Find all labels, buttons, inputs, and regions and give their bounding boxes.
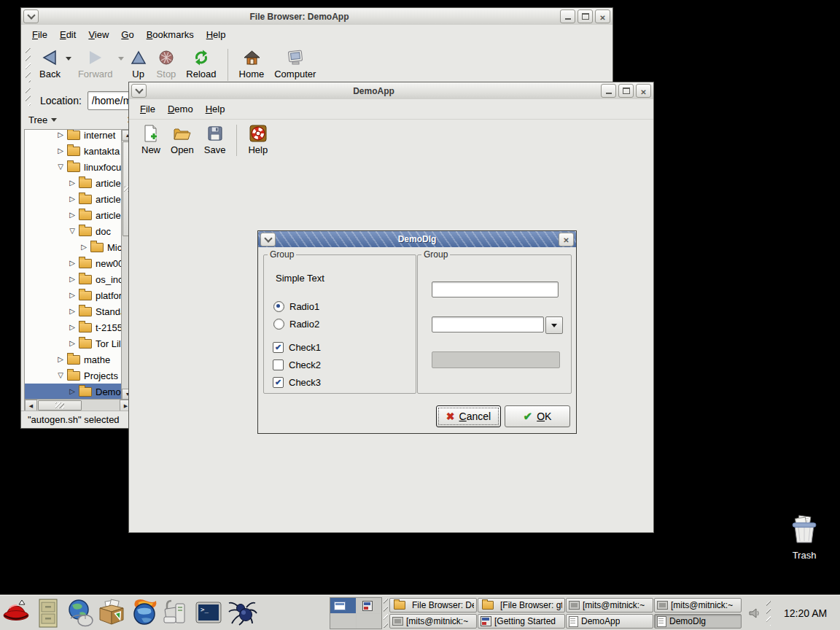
tree-expander-icon[interactable]: [67, 228, 77, 235]
maximize-button[interactable]: [578, 9, 593, 23]
tree-item[interactable]: Demo: [25, 384, 122, 400]
radio-icon[interactable]: [273, 301, 284, 312]
workspace-switcher[interactable]: [330, 597, 382, 629]
workspace-1-active[interactable]: [330, 598, 356, 613]
tree-expander-icon[interactable]: [67, 340, 77, 347]
tree-expander-icon[interactable]: [67, 211, 77, 219]
window-menu-button[interactable]: [131, 84, 147, 98]
tree-item[interactable]: Projects: [25, 368, 122, 384]
open-button[interactable]: Open: [166, 122, 199, 157]
forward-button[interactable]: Forward: [73, 47, 118, 81]
launcher-red-hat-menu[interactable]: [0, 597, 32, 629]
close-button[interactable]: [595, 9, 610, 23]
close-button[interactable]: [636, 84, 651, 98]
tree-expander-icon[interactable]: [55, 131, 66, 139]
tree-expander-icon[interactable]: [79, 244, 89, 251]
tree-expander-icon[interactable]: [55, 163, 66, 171]
tree-item[interactable]: doc: [25, 223, 122, 239]
checkbox-option[interactable]: Check2: [273, 356, 321, 373]
combo-input[interactable]: [432, 316, 544, 332]
cancel-button[interactable]: ✖ Cancel: [436, 405, 501, 427]
tree-expander-icon[interactable]: [67, 260, 77, 267]
tree-item[interactable]: t-2155: [25, 319, 122, 335]
menu-item[interactable]: Bookmarks: [147, 29, 194, 40]
back-dropdown-icon[interactable]: [66, 57, 71, 61]
minimize-button[interactable]: [601, 84, 616, 98]
back-button[interactable]: Back: [34, 47, 66, 81]
home-button[interactable]: Home: [234, 47, 270, 81]
launcher-terminal[interactable]: >_: [192, 597, 225, 629]
reload-button[interactable]: Reload: [181, 47, 221, 81]
text-input[interactable]: [432, 281, 559, 298]
taskbar-window-button[interactable]: [File Browser: gt: [478, 598, 565, 612]
window-menu-button[interactable]: [23, 9, 39, 23]
menu-item[interactable]: File: [32, 29, 47, 40]
taskbar-window-button[interactable]: DemoApp: [566, 614, 653, 629]
stop-button[interactable]: Stop: [152, 47, 182, 81]
taskbar-window-button[interactable]: File Browser: De: [389, 598, 477, 612]
checkbox-option[interactable]: Check1: [273, 338, 321, 356]
up-button[interactable]: Up: [125, 47, 152, 81]
menu-item[interactable]: Help: [206, 104, 225, 114]
tree-item[interactable]: article: [25, 207, 122, 223]
menu-item[interactable]: Edit: [60, 29, 76, 40]
launcher-web-browser-globe[interactable]: [64, 597, 96, 629]
tree-expander-icon[interactable]: [67, 179, 77, 187]
workspace-3[interactable]: [330, 614, 356, 629]
menu-item[interactable]: Go: [121, 29, 133, 40]
desktop-icon-trash[interactable]: Trash: [782, 513, 827, 561]
tree-expander-icon[interactable]: [67, 292, 77, 299]
tree-expander-icon[interactable]: [55, 147, 66, 155]
tree-expander-icon[interactable]: [67, 195, 77, 203]
tree-item[interactable]: linuxfocu: [25, 159, 122, 175]
save-button[interactable]: Save: [199, 122, 231, 157]
side-pane-header[interactable]: Tree ✕: [24, 110, 139, 129]
launcher-file-cabinet[interactable]: [32, 597, 64, 629]
taskbar-window-button[interactable]: [mits@mitnick:~: [389, 614, 477, 629]
taskbar-window-button[interactable]: [mits@mitnick:~: [566, 598, 653, 612]
tree-item[interactable]: internet: [25, 129, 122, 143]
workspace-4[interactable]: [357, 614, 382, 629]
tree-item[interactable]: mathe: [25, 351, 122, 368]
launcher-mozilla-flame[interactable]: [128, 597, 160, 629]
tree-item[interactable]: Tor Lil: [25, 335, 122, 351]
forward-dropdown-icon[interactable]: [118, 57, 124, 61]
tree-item[interactable]: new00: [25, 255, 122, 271]
menu-item[interactable]: Help: [206, 29, 226, 40]
tree-item[interactable]: platfor: [25, 287, 122, 303]
checkbox-icon[interactable]: [273, 377, 284, 388]
tree-expander-icon[interactable]: [67, 324, 77, 331]
menu-item[interactable]: File: [140, 104, 155, 114]
locbar-drag-handle[interactable]: [26, 88, 31, 106]
tree-item[interactable]: article: [25, 191, 122, 207]
radio-icon[interactable]: [273, 319, 284, 330]
ok-button[interactable]: ✔ OK: [505, 405, 570, 427]
tree-expander-icon[interactable]: [67, 276, 77, 283]
tree-expander-icon[interactable]: [67, 308, 77, 315]
menu-item[interactable]: View: [88, 29, 109, 40]
tree-item[interactable]: kantakta: [25, 143, 122, 159]
file-browser-titlebar[interactable]: File Browser: DemoApp: [21, 8, 612, 26]
checkbox-icon[interactable]: [273, 342, 284, 353]
taskbar-window-button[interactable]: [mits@mitnick:~: [654, 598, 742, 612]
close-button[interactable]: [559, 233, 574, 246]
taskbar-window-button[interactable]: DemoDlg: [654, 614, 742, 629]
toolbar-drag-handle[interactable]: [26, 48, 31, 82]
tree-expander-icon[interactable]: [55, 356, 66, 363]
horizontal-scroll-thumb[interactable]: [38, 400, 82, 411]
tray-drag-handle[interactable]: [766, 601, 771, 626]
help-button[interactable]: Help: [243, 122, 273, 157]
panel-drag-handle[interactable]: [384, 599, 388, 628]
computer-button[interactable]: Computer: [269, 47, 321, 81]
checkbox-option[interactable]: Check3: [273, 373, 321, 391]
tree-item[interactable]: os_inc: [25, 271, 122, 287]
launcher-printer[interactable]: [160, 597, 192, 629]
tree-item[interactable]: Standa: [25, 303, 122, 319]
tree-item[interactable]: Mic: [25, 239, 122, 255]
demodlg-titlebar[interactable]: DemoDlg: [258, 231, 576, 248]
window-menu-button[interactable]: [260, 233, 276, 246]
taskbar-window-button[interactable]: [Getting Started: [478, 614, 565, 629]
tree-expander-icon[interactable]: [67, 388, 77, 395]
volume-icon[interactable]: [749, 607, 761, 619]
tree-expander-icon[interactable]: [55, 372, 66, 379]
